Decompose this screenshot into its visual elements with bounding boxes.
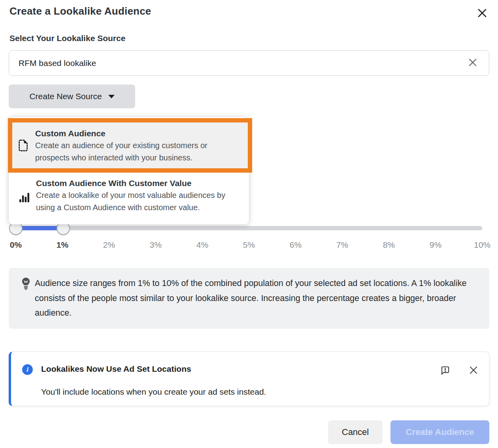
menu-item-custom-audience-customer-value[interactable]: Custom Audience With Customer Value Crea… [13,177,245,214]
tick-label-5: 5% [233,240,265,250]
menu-item-custom-audience[interactable]: Custom Audience Create an audience of yo… [8,118,252,173]
menu-item-title: Custom Audience [35,127,238,139]
lookalike-source-label: Select Your Lookalike Source [9,34,125,43]
bar-chart-icon [19,192,30,202]
clear-source-button[interactable] [466,56,479,70]
menu-item-title: Custom Audience With Customer Value [36,177,238,189]
lightbulb-icon [21,277,31,292]
dialog-close-button[interactable] [473,5,491,22]
notice-title: Lookalikes Now Use Ad Set Locations [41,364,191,374]
source-input-value: RFM based lookalike [19,58,466,68]
tick-label-1: 1% [47,240,78,250]
audience-size-slider-track[interactable] [10,226,482,230]
clear-x-icon [468,57,478,69]
tick-label-7: 7% [326,240,358,250]
menu-item-description: Create an audience of your existing cust… [35,139,238,164]
create-new-source-button[interactable]: Create New Source [9,85,135,108]
lookalike-locations-notice: i Lookalikes Now Use Ad Set Locations Yo… [9,352,489,406]
feedback-bubble-icon [439,364,451,378]
tick-label-0: 0% [0,240,32,250]
page-title: Create a Lookalike Audience [9,5,151,17]
tip-text: Audience size ranges from 1% to 10% of t… [35,276,480,321]
caret-down-icon [108,95,115,98]
notice-feedback-button[interactable] [438,363,452,378]
notice-body: You'll include locations when you create… [41,387,266,397]
tick-label-10: 10% [466,240,498,250]
info-icon: i [22,364,33,375]
lookalike-source-input[interactable]: RFM based lookalike [9,50,489,76]
audience-size-tip-box: Audience size ranges from 1% to 10% of t… [9,268,489,329]
document-icon [19,139,29,151]
create-audience-button[interactable]: Create Audience [390,420,489,444]
close-icon [476,7,488,20]
notice-close-button[interactable] [466,363,481,378]
tick-label-9: 9% [420,240,451,250]
tick-label-4: 4% [187,240,218,250]
audience-size-slider-fill [16,226,63,230]
tick-label-2: 2% [93,240,125,250]
menu-item-description: Create a lookalike of your most valuable… [36,189,238,214]
tick-label-8: 8% [373,240,405,250]
cancel-button[interactable]: Cancel [328,420,383,444]
tick-label-3: 3% [140,240,172,250]
create-new-source-label: Create New Source [29,92,102,101]
tick-label-6: 6% [280,240,311,250]
close-icon [468,364,479,377]
